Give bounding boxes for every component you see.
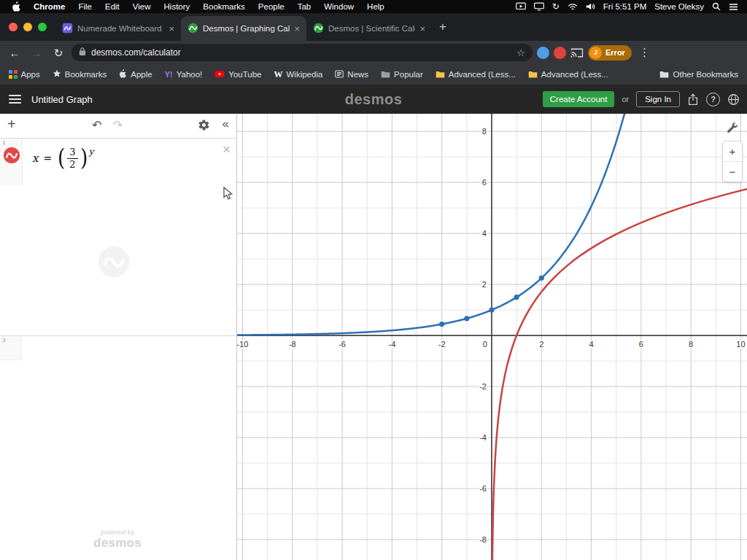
graph-canvas[interactable]: -10-8-6-4-20246810-8-6-4-22468 <box>237 114 747 560</box>
bookmark-yahoo[interactable]: Y! Yahoo! <box>165 70 203 79</box>
omnibox[interactable]: desmos.com/calculator ☆ <box>71 44 533 61</box>
window-minimize-button[interactable] <box>23 23 32 31</box>
sync-icon[interactable]: ↻ <box>552 1 560 12</box>
menu-chrome[interactable]: Chrome <box>27 2 71 11</box>
tab-close-icon[interactable]: × <box>169 24 174 34</box>
redo-button[interactable]: ↷ <box>113 118 123 132</box>
axis-tick-label: -8 <box>479 535 487 544</box>
menu-bar-user[interactable]: Steve Oleksy <box>654 2 704 11</box>
create-account-button[interactable]: Create Account <box>543 91 615 107</box>
collapse-panel-button[interactable]: « <box>222 117 229 131</box>
zoom-controls: + − <box>722 141 743 182</box>
axis-tick-label: 4 <box>482 229 487 238</box>
menu-bar-clock[interactable]: Fri 5:51 PM <box>603 2 646 11</box>
curve-point[interactable] <box>489 307 494 312</box>
reload-button[interactable]: ↻ <box>50 47 67 58</box>
curve-exponential[interactable] <box>237 114 635 335</box>
cast-icon[interactable] <box>570 47 584 58</box>
tab-close-icon[interactable]: × <box>419 24 425 34</box>
menu-tab[interactable]: Tab <box>291 2 318 11</box>
menu-people[interactable]: People <box>252 2 291 11</box>
apple-menu-icon[interactable] <box>6 1 27 12</box>
bookmark-news[interactable]: News <box>335 70 368 79</box>
extension-icon-red[interactable] <box>554 47 566 59</box>
share-icon[interactable] <box>687 93 699 106</box>
help-icon[interactable]: ? <box>706 93 720 106</box>
tab-close-icon[interactable]: × <box>294 24 300 34</box>
tab-desmos-graphing[interactable]: Desmos | Graphing Calculator × <box>181 16 306 41</box>
bookmark-youtube[interactable]: YouTube <box>214 70 261 79</box>
math-lhs: x <box>32 152 38 165</box>
curve-point[interactable] <box>539 276 544 281</box>
chrome-address-bar: ← → ↻ desmos.com/calculator ☆ J Error ⋮ <box>0 41 747 64</box>
notification-center-icon[interactable] <box>729 3 738 11</box>
numerade-logo <box>3 147 20 167</box>
bookmark-star-icon[interactable]: ☆ <box>516 47 525 58</box>
new-tab-button[interactable]: + <box>439 20 446 34</box>
display-icon[interactable] <box>534 2 544 11</box>
youtube-icon <box>214 70 225 79</box>
wikipedia-icon: W <box>274 69 282 80</box>
graph-settings-gear-icon[interactable] <box>198 119 210 134</box>
chrome-menu-icon[interactable]: ⋮ <box>636 46 653 59</box>
math-paren-open: ( <box>58 148 65 168</box>
bookmark-advanced-2[interactable]: Advanced (Less... <box>528 70 608 79</box>
window-maximize-button[interactable] <box>38 23 47 31</box>
bookmark-popular[interactable]: Popular <box>381 70 423 79</box>
zoom-in-button[interactable]: + <box>723 141 742 161</box>
forward-button[interactable]: → <box>28 47 45 58</box>
powered-by-text: powered by <box>93 529 142 536</box>
axis-tick-label: 0 <box>483 340 487 349</box>
extension-icon-blue[interactable] <box>537 47 549 59</box>
lock-icon[interactable] <box>79 47 86 58</box>
expression-row-1[interactable]: 1 x = ( 3 2 ) y × <box>0 139 236 185</box>
profile-error-pill[interactable]: J Error <box>588 45 632 61</box>
volume-icon[interactable] <box>586 2 595 11</box>
expression-gutter-row3[interactable]: 3 <box>0 336 21 360</box>
menu-help[interactable]: Help <box>360 2 391 11</box>
bookmark-label: Advanced (Less... <box>541 70 608 79</box>
curve-point[interactable] <box>514 295 519 300</box>
math-exponent: y <box>89 147 94 157</box>
bookmark-label: Wikipedia <box>286 70 322 79</box>
sign-in-button[interactable]: Sign In <box>636 91 680 107</box>
spotlight-icon[interactable] <box>712 2 721 11</box>
other-bookmarks[interactable]: Other Bookmarks <box>659 70 738 79</box>
tab-desmos-scientific[interactable]: Desmos | Scientific Calculator × <box>306 16 432 41</box>
bookmark-apple[interactable]: Apple <box>119 69 152 79</box>
add-expression-button[interactable]: + <box>7 116 16 133</box>
menu-view[interactable]: View <box>126 2 158 11</box>
graph-settings-wrench-button[interactable] <box>723 118 742 137</box>
globe-icon[interactable] <box>727 93 740 106</box>
axis-tick-label: -8 <box>289 340 296 349</box>
tab-title: Desmos | Graphing Calculator <box>203 24 290 33</box>
apple-icon <box>119 69 127 79</box>
remove-expression-button[interactable]: × <box>222 141 231 158</box>
menu-file[interactable]: File <box>71 2 98 11</box>
url-text[interactable]: desmos.com/calculator <box>91 47 511 58</box>
graph-area[interactable]: -10-8-6-4-20246810-8-6-4-22468 + − <box>237 114 747 560</box>
back-button[interactable]: ← <box>6 47 23 58</box>
screen-mirroring-icon[interactable] <box>516 2 526 11</box>
wifi-icon[interactable] <box>568 3 578 11</box>
bookmark-advanced-1[interactable]: Advanced (Less... <box>436 70 516 79</box>
expression-math[interactable]: x = ( 3 2 ) y <box>32 147 93 170</box>
menu-window[interactable]: Window <box>317 2 360 11</box>
window-close-button[interactable] <box>9 23 18 31</box>
hamburger-menu-icon[interactable] <box>9 95 21 104</box>
math-denominator: 2 <box>69 159 75 171</box>
curve-point[interactable] <box>464 316 469 321</box>
undo-button[interactable]: ↶ <box>92 118 101 132</box>
bookmark-bookmarks[interactable]: Bookmarks <box>53 69 107 79</box>
graph-title[interactable]: Untitled Graph <box>31 94 93 105</box>
menu-bookmarks[interactable]: Bookmarks <box>196 2 252 11</box>
curve-logarithmic[interactable] <box>492 186 747 560</box>
bookmark-apps[interactable]: Apps <box>9 70 40 79</box>
row-index: 3 <box>2 337 5 343</box>
curve-point[interactable] <box>439 322 444 327</box>
zoom-out-button[interactable]: − <box>723 161 742 182</box>
tab-numerade-whiteboard[interactable]: Numerade Whiteboard × <box>55 16 181 41</box>
menu-edit[interactable]: Edit <box>98 2 126 11</box>
bookmark-wikipedia[interactable]: W Wikipedia <box>274 69 322 80</box>
menu-history[interactable]: History <box>158 2 197 11</box>
